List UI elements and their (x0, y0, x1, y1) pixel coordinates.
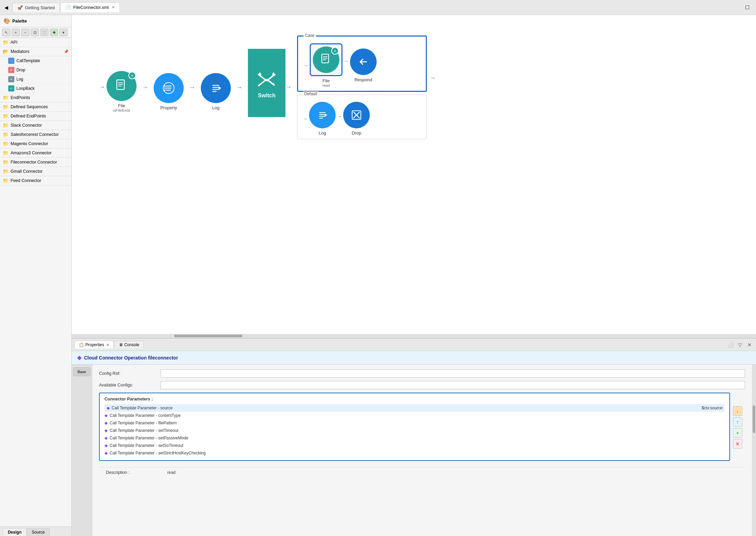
tool-zoom-out-btn[interactable]: − (21, 29, 29, 36)
fileconnector-label: FileConnector.xml (73, 5, 109, 10)
canvas-area[interactable]: → + File (72, 15, 756, 338)
tool-add-btn[interactable]: ✚ (50, 29, 58, 36)
switch-wrapper: Switch (248, 49, 285, 125)
props-maximize-btn[interactable]: ⬜ (727, 341, 734, 349)
case-file-selected: + (310, 43, 342, 76)
cp-diamond-settimeout: ◆ (104, 428, 108, 433)
tab-design[interactable]: Design (3, 528, 27, 536)
drop-icon: ✕ (8, 67, 14, 73)
sidebar-mediators-label: Mediators (11, 49, 29, 54)
maximize-btn[interactable]: □ (745, 4, 753, 11)
base-tab-side: Base (72, 365, 92, 536)
canvas-scrollbar-h[interactable] (72, 334, 756, 338)
sidebar-item-endpoints[interactable]: 📁 EndPoints (0, 93, 71, 102)
console-tab-label: Console (124, 342, 139, 347)
case-flow: → (304, 43, 420, 87)
sidebar-item-mediators[interactable]: 📂 Mediators 📌 (0, 47, 71, 56)
sidebar-item-calltemplate[interactable]: □ CallTemplate (0, 56, 71, 66)
tab-getting-started[interactable]: 🚀 Getting Started (12, 3, 60, 12)
config-ref-input[interactable] (160, 369, 745, 378)
tab-close-btn[interactable]: ✕ (112, 5, 115, 10)
sidebar-item-gmail[interactable]: 📁 Gmail Connector (0, 167, 71, 176)
sidebar-item-magento[interactable]: 📁 Magento Connector (0, 139, 71, 149)
tab-source-label: Source (32, 530, 45, 535)
props-scrollbar-v[interactable] (752, 365, 756, 536)
drop-label: Drop (16, 68, 25, 72)
case-box-case[interactable]: Case → (297, 36, 427, 92)
console-tab-icon: 🖥 (119, 342, 123, 347)
cp-row-source[interactable]: ◆ Call Template Parameter - source $ctx:… (104, 404, 725, 412)
getting-started-label: Getting Started (25, 5, 55, 10)
tool-dropdown-btn[interactable]: ▾ (59, 29, 68, 36)
log-icon: ≡ (8, 76, 14, 82)
flow-node-file1[interactable]: + File isFileExist (107, 71, 137, 112)
sidebar-item-drop[interactable]: ✕ Drop (0, 66, 71, 75)
base-tab-btn[interactable]: Base (73, 367, 90, 376)
properties-close-icon[interactable]: ✕ (106, 343, 109, 347)
cp-row-setsotimeout[interactable]: ◆ Call Template Parameter - setSoTimeout (104, 442, 725, 449)
tab-properties[interactable]: 📋 Properties ✕ (74, 341, 114, 349)
cases-area: Case → (297, 36, 427, 147)
tool-fit-btn[interactable]: ⊡ (31, 29, 39, 36)
tool-zoom-in-btn[interactable]: + (12, 29, 20, 36)
case-respond-node[interactable]: Respond (350, 48, 377, 82)
cp-row-setstricthostkeychecking[interactable]: ◆ Call Template Parameter - setStrictHos… (104, 449, 725, 457)
svg-marker-31 (325, 113, 327, 116)
sidebar-item-salesforce[interactable]: 📁 Salesforcerest Connector (0, 130, 71, 139)
default-drop-node[interactable]: Drop (343, 102, 370, 136)
switch-label: Switch (258, 93, 276, 99)
svg-point-8 (164, 87, 166, 89)
props-close-btn[interactable]: ✕ (746, 341, 753, 349)
props-minimize-btn[interactable]: ▽ (736, 341, 744, 349)
case-respond-label: Respond (354, 77, 372, 82)
flow-node-log[interactable]: Log (201, 73, 231, 110)
cp-row-setpassivemode[interactable]: ◆ Call Template Parameter - setPassiveMo… (104, 434, 725, 442)
cp-filepattern-label: Call Template Parameter - filePattern (110, 421, 177, 425)
folder-fileconnector-icon: 📁 (3, 159, 9, 165)
default-drop-circle (343, 102, 370, 128)
default-log-node[interactable]: Log (309, 102, 336, 136)
getting-started-icon: 🚀 (17, 5, 23, 10)
sidebar-item-log[interactable]: ≡ Log (0, 75, 71, 84)
case-file-node[interactable]: + File read (310, 43, 342, 87)
sidebar-item-defined-sequences[interactable]: 📁 Defined Sequences (0, 102, 71, 112)
sidebar: 🎨 Palette ↖ + − ⊡ ⬚ ✚ ▾ 📁 API 📂 Mediator… (0, 15, 72, 536)
param-add-btn[interactable]: + (733, 428, 742, 438)
param-move-up-btn[interactable]: ↑ (733, 417, 742, 427)
cp-row-filepattern[interactable]: ◆ Call Template Parameter - filePattern (104, 419, 725, 427)
cp-diamond-source: ◆ (107, 406, 110, 410)
case-file-badge: + (331, 47, 339, 55)
arrow-3: → (231, 84, 248, 99)
sidebar-item-slack[interactable]: 📁 Slack Connector (0, 121, 71, 130)
folder-feed-icon: 📁 (3, 178, 9, 183)
cp-row-settimeout[interactable]: ◆ Call Template Parameter - setTimeout (104, 427, 725, 434)
tab-design-label: Design (8, 530, 22, 535)
tab-fileconnector[interactable]: 📄 FileConnector.xml ✕ (60, 2, 120, 12)
cp-row-contenttype[interactable]: ◆ Call Template Parameter - contentType (104, 412, 725, 419)
sidebar-item-loopback[interactable]: ↩ LoopBack (0, 84, 71, 93)
connector-params-section: Connector Parameters : ◆ Call Template P… (99, 393, 745, 464)
sidebar-item-amazons3[interactable]: 📁 Amazons3 Connector (0, 149, 71, 158)
default-log-circle (309, 102, 336, 128)
sidebar-item-defined-endpoints[interactable]: 📁 Defined EndPoints (0, 112, 71, 121)
tool-select-btn[interactable]: ↖ (2, 29, 10, 36)
available-configs-input[interactable] (160, 381, 745, 389)
tab-source[interactable]: Source (27, 528, 50, 536)
switch-block[interactable]: Switch (248, 49, 285, 117)
back-arrow-btn[interactable]: ◀ (3, 4, 10, 11)
flow-node-property[interactable]: Property (154, 73, 184, 110)
tab-console[interactable]: 🖥 Console (114, 341, 144, 349)
sidebar-item-api[interactable]: 📁 API (0, 38, 71, 47)
sidebar-item-feed[interactable]: 📁 Feed Connector (0, 176, 71, 185)
case-box-default[interactable]: Default → (297, 95, 427, 139)
sidebar-list: 📁 API 📂 Mediators 📌 □ CallTemplate ✕ Dro… (0, 38, 71, 526)
sidebar-item-fileconnector[interactable]: 📁 Fileconnector Connector (0, 158, 71, 167)
case-respond-circle (350, 48, 377, 75)
sidebar-slack-label: Slack Connector (11, 123, 42, 128)
param-delete-btn[interactable]: ✕ (733, 439, 742, 449)
folder-gmail-icon: 📁 (3, 169, 9, 174)
tool-marquee-btn[interactable]: ⬚ (40, 29, 48, 36)
param-move-down-btn[interactable]: ↓ (733, 406, 742, 416)
switch-icon (256, 67, 277, 91)
cp-source-value: $ctx:source (702, 406, 723, 410)
